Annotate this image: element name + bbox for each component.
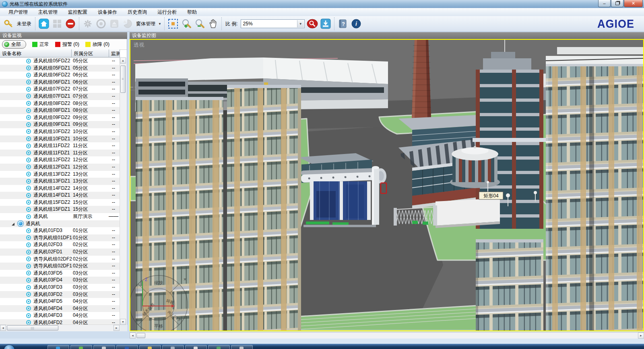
table-row[interactable]: 通风机组06FDZ206分区-- <box>0 72 120 79</box>
eject-icon[interactable] <box>109 18 120 29</box>
menu-item-6[interactable]: 运行分析 <box>152 8 182 16</box>
pan-hand-icon[interactable] <box>207 18 219 29</box>
table-row[interactable]: 通风机03FD503分区-- <box>0 270 120 277</box>
table-row[interactable]: 通风机03FD203分区-- <box>0 291 120 298</box>
column-device-name[interactable]: 设备名称 <box>0 49 72 57</box>
menu-item-1[interactable]: 用户管理 <box>3 8 33 16</box>
wheel-icon[interactable] <box>95 18 107 29</box>
menu-item-3[interactable]: 监控配置 <box>63 8 93 16</box>
export-button[interactable] <box>320 18 331 29</box>
taskbar-button-4[interactable] <box>116 345 138 349</box>
table-row[interactable]: 通风机组07FDZ207分区-- <box>0 86 120 93</box>
filter-alarm[interactable]: 报警 (0) <box>55 41 79 48</box>
taskbar-button-7[interactable] <box>185 345 207 349</box>
column-zone[interactable]: 所属分区 <box>72 49 109 57</box>
layout-button[interactable] <box>52 18 63 29</box>
table-row[interactable]: 通风机组10FDZ110分区-- <box>0 135 120 143</box>
login-status-label[interactable]: 未登录 <box>16 21 32 27</box>
menu-item-4[interactable]: 设备操作 <box>93 8 122 16</box>
stop-button[interactable] <box>65 18 76 29</box>
select-region-button[interactable] <box>167 18 179 29</box>
about-button[interactable]: i <box>351 18 362 29</box>
table-row[interactable]: 通风机02FD102分区-- <box>0 248 120 256</box>
login-key-icon[interactable] <box>3 18 14 29</box>
table-row[interactable]: 通风机组12FDZ212分区-- <box>0 156 120 164</box>
table-row[interactable]: 通风机04FD204分区-- <box>0 319 120 325</box>
taskbar-button-9[interactable] <box>231 345 253 349</box>
window-manage-label[interactable]: 窗体管理 <box>135 21 156 27</box>
filter-normal[interactable]: 正常 <box>32 41 49 48</box>
pie-icon[interactable] <box>122 18 133 29</box>
taskbar-button-3[interactable] <box>93 345 115 349</box>
table-row[interactable]: 通风机组12FDZ112分区-- <box>0 164 120 171</box>
scroll-down-icon[interactable]: ▼ <box>120 319 126 325</box>
table-row[interactable]: 通风机组15FDZ215分区-- <box>0 199 120 206</box>
filter-fault[interactable]: 故障 (0) <box>85 41 109 48</box>
scroll-left-icon[interactable]: ◄ <box>130 333 136 339</box>
table-row[interactable]: 通风机组09FDZ209分区-- <box>0 114 120 121</box>
scene-3d[interactable]: 矩形04 × 缩放 动态观察 环视 向上/向下 平移 Z <box>130 40 643 331</box>
table-row[interactable]: 通风机04FD504分区-- <box>0 298 120 305</box>
table-row[interactable]: 通风机03FD303分区-- <box>0 284 120 291</box>
table-row[interactable]: 诱导风机组01DF101分区-- <box>0 234 120 242</box>
table-row[interactable]: 诱导风机组02DF202分区-- <box>0 256 120 263</box>
taskbar-button-1[interactable] <box>47 345 69 349</box>
table-row[interactable]: 通风机组09FDZ109分区-- <box>0 121 120 128</box>
table-row[interactable]: 通风机组06FDZ106分区-- <box>0 79 120 86</box>
scroll-up-icon[interactable]: ▲ <box>120 57 126 64</box>
filter-all-button[interactable]: ✓ 全部 <box>2 40 26 49</box>
taskbar-button-8[interactable] <box>208 345 230 349</box>
zoom-region-button[interactable] <box>307 18 318 29</box>
table-row[interactable]: 通风机组10FDZ210分区-- <box>0 128 120 135</box>
table-row[interactable]: 通风机组14FDZ214分区-- <box>0 185 120 192</box>
table-row[interactable]: 通风机组07FDZ107分区-- <box>0 93 120 100</box>
device-group-row[interactable]: 通风机 <box>0 220 120 228</box>
table-row[interactable]: 通风机组11FDZ111分区-- <box>0 150 120 157</box>
table-row[interactable]: 通风机组15FDZ115分区-- <box>0 206 120 213</box>
combo-dropdown-icon[interactable]: ▼ <box>297 20 304 27</box>
minimize-button[interactable]: – <box>598 0 611 7</box>
table-row[interactable]: 通风机02FD302分区-- <box>0 241 120 248</box>
window-manage-dropdown-icon[interactable]: ▼ <box>158 22 161 26</box>
menu-item-2[interactable]: 主机管理 <box>33 8 63 16</box>
expand-triangle-icon[interactable] <box>12 223 14 226</box>
help-button[interactable]: ? <box>337 18 349 29</box>
table-row[interactable]: 通风机组08FDZ208分区-- <box>0 100 120 107</box>
navigation-wheel[interactable]: × 缩放 动态观察 环视 向上/向下 平移 <box>130 275 188 331</box>
table-row[interactable]: 通风机组05FDZ105分区-- <box>0 65 120 72</box>
close-button[interactable]: ✕ <box>624 0 643 7</box>
menu-item-7[interactable]: 帮助 <box>182 8 202 16</box>
table-row[interactable]: 通风机03FD403分区-- <box>0 277 120 284</box>
table-row[interactable]: 通风机组14FDZ114分区-- <box>0 192 120 199</box>
table-row[interactable]: 通风机组05FDZ205分区-- <box>0 57 120 65</box>
table-row[interactable]: 通风机04FD304分区-- <box>0 312 120 319</box>
scale-combobox[interactable]: 25% ▼ <box>241 19 305 28</box>
zoom-in-button[interactable] <box>181 18 192 29</box>
vertical-scrollbar[interactable]: ▲ ≡ ▼ <box>120 57 126 325</box>
monitor-viewport[interactable]: 矩形04 × 缩放 动态观察 环视 向上/向下 平移 Z 透 <box>130 39 644 331</box>
horizontal-scrollbar-left[interactable]: ◄ ||| ► <box>0 324 120 331</box>
table-row[interactable]: 通风机组08FDZ108分区-- <box>0 107 120 114</box>
scroll-left-icon[interactable]: ◄ <box>0 325 6 331</box>
table-row[interactable]: 通风机展厅演示—— <box>0 213 120 220</box>
table-row[interactable]: 通风机组13FDZ213分区-- <box>0 171 120 178</box>
home-button[interactable] <box>38 18 50 29</box>
table-row[interactable]: 通风机组11FDZ211分区-- <box>0 142 120 150</box>
start-button[interactable] <box>4 345 14 349</box>
zoom-out-button[interactable] <box>194 18 205 29</box>
scrollbar-thumb[interactable]: ≡ <box>120 66 126 93</box>
table-row[interactable]: 诱导风机组02DF102分区-- <box>0 263 120 270</box>
taskbar-button-6[interactable] <box>162 345 184 349</box>
scroll-right-icon[interactable]: ► <box>114 325 120 331</box>
horizontal-scrollbar-right[interactable]: ◄ ► <box>130 332 644 339</box>
table-row[interactable]: 通风机组13FDZ113分区-- <box>0 178 120 185</box>
scrollbar-thumb[interactable] <box>136 333 145 338</box>
table-row[interactable]: 通风机04FD404分区-- <box>0 305 120 312</box>
scroll-right-icon[interactable]: ► <box>638 333 644 339</box>
fan-icon[interactable] <box>82 18 93 29</box>
restore-button[interactable] <box>611 0 623 7</box>
taskbar-button-5[interactable] <box>139 345 161 349</box>
menu-item-5[interactable]: 历史查询 <box>122 8 152 16</box>
column-monitor[interactable]: 监测 <box>109 49 120 57</box>
taskbar-button-2[interactable] <box>70 345 92 349</box>
